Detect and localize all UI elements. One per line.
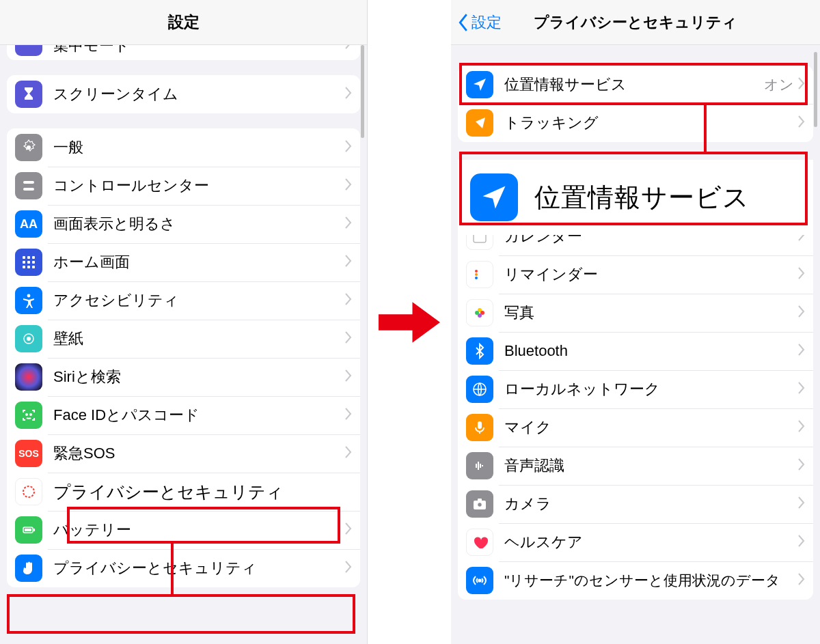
sensor-icon [466,567,493,594]
list-item-general[interactable]: 一般 [7,128,360,167]
chevron-right-icon [345,139,352,156]
list-item-display[interactable]: AA 画面表示と明るさ [7,205,360,243]
svg-rect-19 [25,529,31,531]
gap [368,0,451,644]
item-label: カメラ [504,494,798,514]
svg-rect-9 [23,266,25,268]
item-label: ホーム画面 [53,252,345,272]
list-item-faceid[interactable]: Face IDとパスコード [7,396,360,434]
svg-rect-10 [27,266,30,268]
location-arrow-icon [466,71,493,98]
list-item-photos[interactable]: 写真 [458,294,813,332]
list-item-accessibility[interactable]: アクセシビリティ [7,281,360,320]
focus-icon [15,45,42,56]
item-label: 緊急SOS [53,443,345,464]
scrollbar[interactable] [361,45,364,138]
list-item-sos[interactable]: SOS 緊急SOS [7,434,360,473]
privacy-screen: 設定 プライバシーとセキュリティ 位置情報サービス オン トラッキング [451,0,820,644]
svg-rect-2 [23,188,34,191]
item-label: コントロールセンター [53,176,345,196]
list-item-siri[interactable]: Siriと検索 [7,358,360,396]
svg-point-17 [23,486,34,497]
photos-icon [466,299,493,326]
list-item-local-network[interactable]: ローカルネットワーク [458,370,813,408]
svg-rect-31 [478,421,482,429]
list-item-speech[interactable]: 音声認識 [458,447,813,485]
chevron-right-icon [798,457,805,475]
list-item-health[interactable]: ヘルスケア [458,523,813,561]
chevron-right-icon [345,45,352,53]
item-label: バッテリー [53,520,345,540]
text-size-icon: AA [15,210,42,238]
reminders-icon [466,261,493,288]
wallpaper-icon [15,325,42,352]
apps-grid-icon [15,249,42,276]
list-item-bluetooth[interactable]: Bluetooth [458,332,813,370]
svg-point-25 [475,277,478,279]
svg-rect-7 [27,261,30,264]
item-label: ローカルネットワーク [504,379,798,400]
list-item-screentime[interactable]: スクリーンタイム [7,75,360,113]
svg-rect-11 [32,266,35,268]
list-item-exposure[interactable]: プライバシーとセキュリティ [7,473,360,511]
list-item-location[interactable]: 位置情報サービス オン [458,66,813,104]
svg-rect-20 [33,529,35,531]
item-label: 集中モード [53,45,345,56]
callout-location: 位置情報サービス [458,160,813,235]
list-item-microphone[interactable]: マイク [458,408,813,447]
chevron-right-icon [798,533,805,551]
list-item-wallpaper[interactable]: 壁紙 [7,320,360,358]
battery-icon [15,516,42,544]
chevron-right-icon [345,406,352,424]
chevron-right-icon [798,304,805,322]
back-button[interactable]: 設定 [451,12,502,33]
switches-icon [15,172,42,199]
list-item-privacy[interactable]: プライバシーとセキュリティ [7,549,360,587]
svg-point-24 [475,273,478,276]
svg-rect-4 [27,256,30,259]
svg-point-12 [27,294,31,298]
svg-point-14 [27,337,31,341]
chevron-right-icon [345,559,352,577]
settings-group: スクリーンタイム [7,75,360,113]
list-item-battery[interactable]: バッテリー [7,511,360,549]
back-label: 設定 [472,12,502,33]
accessibility-icon [15,287,42,314]
privacy-group-1: 位置情報サービス オン トラッキング [458,66,813,142]
chevron-right-icon [798,114,805,132]
chevron-right-icon [798,380,805,398]
list-item-reminders[interactable]: リマインダー [458,255,813,294]
item-label: 写真 [504,303,798,323]
scrollbar[interactable] [814,52,817,127]
settings-screen: 設定 集中モード スクリーンタイム [0,0,368,644]
globe-icon [466,376,493,403]
location-arrow-icon [470,173,518,221]
item-label: 画面表示と明るさ [53,214,345,234]
page-title: プライバシーとセキュリティ [451,12,820,33]
list-item-control-center[interactable]: コントロールセンター [7,167,360,205]
item-label: アクセシビリティ [53,290,345,311]
item-label: 位置情報サービス [504,74,764,95]
list-item-research[interactable]: "リサーチ"のセンサーと使用状況のデータ [458,561,813,600]
chevron-right-icon [798,76,805,94]
item-label: スクリーンタイム [53,84,345,104]
item-label: プライバシーとセキュリティ [53,558,345,578]
list-item-tracking[interactable]: トラッキング [458,104,813,142]
svg-point-15 [26,414,27,415]
settings-group-main: 一般 コントロールセンター AA 画面表示と明るさ [7,128,360,587]
chevron-right-icon [798,419,805,436]
chevron-right-icon [345,330,352,348]
chevron-right-icon [345,292,352,309]
privacy-group-2: カレンダー リマインダー 写真 Bluetooth [458,217,813,600]
item-label: 一般 [53,137,345,158]
svg-point-29 [475,311,479,315]
list-item[interactable]: 集中モード [7,45,360,60]
list-item-camera[interactable]: カメラ [458,485,813,523]
item-label: 音声認識 [504,456,798,476]
chevron-right-icon [345,445,352,462]
chevron-right-icon [345,253,352,271]
page-title: 設定 [0,12,367,33]
list-item-home[interactable]: ホーム画面 [7,243,360,281]
item-label: Bluetooth [504,342,798,360]
chevron-right-icon [345,177,352,195]
